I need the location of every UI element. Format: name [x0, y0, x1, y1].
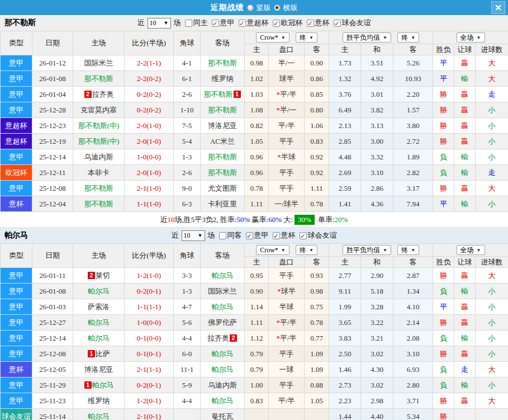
result-goals: 小: [476, 118, 508, 134]
fulltime-dropdown[interactable]: 全场▼: [457, 32, 485, 43]
team-label: 维罗纳: [88, 397, 110, 405]
home-team: 维罗纳: [73, 393, 125, 409]
checkbox-label: 意杯: [315, 18, 330, 28]
odds-final-dropdown[interactable]: 终▼: [296, 32, 317, 43]
avg-away: 2.08: [393, 331, 433, 346]
avg-draw: 2.98: [361, 393, 393, 409]
summary-segment: 大:: [282, 215, 293, 225]
avg-type-dropdown[interactable]: 胜平负均值▼: [343, 245, 391, 255]
team-label: 帕尔马: [212, 397, 234, 405]
score: 2-2(0-2): [125, 71, 174, 87]
away-team: 卡利亚里: [201, 196, 245, 212]
horizontal-layout-radio[interactable]: [274, 4, 281, 11]
avg-draw: 3.00: [361, 134, 393, 149]
handicap: *平/半: [269, 331, 305, 346]
match-row: 意甲25-12-14帕尔马0-1(0-0)4-4拉齐奥21.12*平/半0.77…: [1, 331, 508, 346]
results-table: 类型 日期 主场 比分(半场) 角球 客场 Crow*▼ 终▼ 胜平负均值▼ 终…: [0, 31, 508, 212]
checkbox-unchecked-icon: [185, 20, 192, 27]
odds-source-dropdown[interactable]: Crow*▼: [256, 32, 289, 43]
team-label: 那不勒斯: [208, 106, 237, 114]
league-badge: 意甲: [1, 346, 32, 362]
home-odds: 0.79: [245, 346, 269, 362]
fulltime-dropdown[interactable]: 全场▼: [457, 245, 485, 255]
team-label: 乌迪内斯: [84, 153, 113, 161]
score: 2-0(1-0): [125, 118, 174, 134]
league-badge: 球会友谊: [1, 409, 32, 420]
score: 2-1(1-1): [125, 362, 174, 377]
score: 0-1(0-0): [125, 331, 174, 346]
checkbox-label: 意超杯: [247, 18, 269, 28]
checkbox-checked-icon: ✓: [273, 20, 280, 27]
avg-draw: 3.51: [361, 55, 393, 71]
match-date: 25-11-14: [32, 409, 73, 420]
corner-score: 5-9: [174, 377, 201, 393]
score: 2-1(1-0): [125, 181, 174, 196]
match-row: 意甲26-01-12国际米兰2-2(1-1)4-1那不勒斯0.98半/一0.90…: [1, 55, 508, 71]
match-row: 意甲25-12-28克雷莫内塞0-2(0-2)1-10那不勒斯1.08*半/一0…: [1, 102, 508, 118]
handicap: 平手: [269, 268, 305, 284]
team-label: 国际米兰: [208, 287, 237, 295]
league-filter-checkbox[interactable]: ✓意杯: [307, 18, 330, 28]
filter-bar: 那不勒斯 近10▼场同主✓意甲✓意超杯✓欧冠杯✓意杯✓球会友谊: [0, 15, 508, 31]
avg-home: 2.13: [329, 118, 361, 134]
recent-count-select[interactable]: 10▼: [182, 230, 205, 241]
corner-score: 2-6: [174, 87, 201, 102]
league-filter-checkbox[interactable]: ✓意超杯: [239, 18, 269, 28]
odds-source-dropdown[interactable]: Crow*▼: [256, 245, 289, 255]
league-badge: 意甲: [1, 299, 32, 315]
dropdown-caret-icon: ▼: [383, 248, 387, 253]
result-handicap: 贏: [454, 315, 476, 331]
league-filter-checkbox[interactable]: ✓球会友谊: [300, 230, 337, 240]
col-home: 主场: [73, 31, 125, 55]
odds-final-dropdown[interactable]: 终▼: [296, 245, 317, 255]
away-odds: 0.83: [305, 134, 329, 149]
league-filter-checkbox[interactable]: ✓意甲: [246, 230, 269, 240]
match-row: 意甲26-01-03萨索洛1-1(1-1)4-7帕尔马1.14半球0.751.9…: [1, 299, 508, 315]
recent-count-select[interactable]: 10▼: [148, 18, 171, 29]
home-odds: 0.78: [245, 181, 269, 196]
match-row: 意甲25-12-08那不勒斯2-1(1-0)9-0尤文图斯0.78平手1.112…: [1, 181, 508, 196]
checkbox-checked-icon: ✓: [307, 20, 314, 27]
col-let-goal: 让球: [454, 44, 476, 55]
avg-home: 2.59: [329, 181, 361, 196]
avg-type-dropdown[interactable]: 胜平负均值▼: [343, 32, 391, 43]
match-date: 25-11-23: [32, 393, 73, 409]
result-goals: 小: [476, 331, 508, 346]
team-label: 乌迪内斯: [208, 381, 237, 389]
handicap: 半球: [269, 299, 305, 315]
result-goals: 小: [476, 284, 508, 299]
team-label: 帕尔马: [88, 334, 110, 342]
away-team: 佛罗伦萨: [201, 315, 245, 331]
team-label: 克雷莫内塞: [80, 106, 117, 114]
score: 0-2(0-2): [125, 102, 174, 118]
result-wdl: 勝: [433, 102, 454, 118]
league-filter-checkbox[interactable]: ✓欧冠杯: [273, 18, 303, 28]
result-goals: 小: [476, 134, 508, 149]
avg-home: 1.46: [329, 362, 361, 377]
team-label: 曼托瓦: [212, 412, 234, 420]
vertical-layout-radio[interactable]: [247, 4, 254, 11]
home-team: 1帕尔马: [73, 377, 125, 393]
league-filter-checkbox[interactable]: ✓意甲: [212, 18, 235, 28]
league-filter-checkbox[interactable]: ✓意杯: [273, 230, 296, 240]
avg-away: 6.93: [393, 362, 433, 377]
corner-score: 9-0: [174, 181, 201, 196]
avg-group-header: 胜平负均值▼ 终▼: [329, 244, 433, 257]
same-venue-checkbox[interactable]: 同客: [219, 230, 242, 240]
result-goals: 大: [476, 55, 508, 71]
avg-draw: 4.30: [361, 362, 393, 377]
team-label: 那不勒斯: [204, 90, 233, 98]
league-filter-checkbox[interactable]: ✓球会友谊: [334, 18, 371, 28]
dropdown-caret-icon: ▼: [309, 35, 314, 40]
avg-draw: 3.02: [361, 346, 393, 362]
team-label: 那不勒斯: [84, 74, 113, 83]
summary-segment: 60%: [268, 215, 282, 224]
avg-final-dropdown[interactable]: 终▼: [397, 245, 419, 255]
home-team: 国际米兰: [73, 55, 125, 71]
same-venue-checkbox[interactable]: 同主: [185, 18, 208, 28]
handicap: *球半: [269, 284, 305, 299]
score: 1-2(1-0): [125, 268, 174, 284]
close-button[interactable]: ✕: [491, 1, 505, 14]
home-odds: 0.83: [245, 393, 269, 409]
avg-final-dropdown[interactable]: 终▼: [397, 32, 419, 43]
